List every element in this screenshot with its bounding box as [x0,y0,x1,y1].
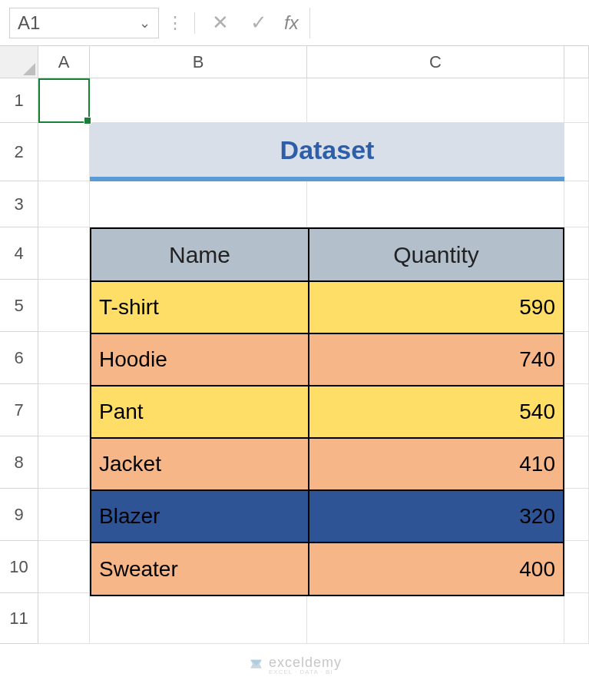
row-header-7[interactable]: 7 [0,384,38,436]
select-all-corner[interactable] [0,46,38,78]
cell-qty[interactable]: 410 [309,438,563,490]
cell-qty[interactable]: 590 [309,281,563,333]
row-header-6[interactable]: 6 [0,332,38,384]
cell-d8[interactable] [564,436,589,489]
table-row: Blazer 320 [91,490,563,542]
watermark: exceldemy EXCEL · DATA · BI [247,655,342,675]
watermark-brand: exceldemy [269,655,342,669]
cell-name[interactable]: Pant [91,386,309,438]
watermark-tagline: EXCEL · DATA · BI [269,669,342,675]
cell-name[interactable]: Sweater [91,542,309,595]
column-headers: A B C [0,46,589,78]
cell-name-text: Sweater [99,557,178,582]
cell-name-text: Hoodie [99,347,167,372]
row-11: 11 [0,593,589,644]
cell-c11[interactable] [307,593,564,644]
cell-d7[interactable] [564,384,589,436]
cell-d9[interactable] [564,489,589,541]
name-box[interactable]: A1 ⌄ [9,8,159,38]
cell-d2[interactable] [564,123,589,181]
cell-qty-text: 540 [519,400,555,424]
cell-b1[interactable] [90,78,307,123]
row-8-label: 8 [14,453,23,473]
cell-a2[interactable] [38,123,90,181]
cell-qty[interactable]: 740 [309,333,563,386]
col-a-label: A [58,52,70,72]
cell-name[interactable]: Blazer [91,490,309,542]
cell-qty-text: 740 [519,347,555,372]
cell-name-text: Pant [99,400,144,424]
row-header-2[interactable]: 2 [0,123,38,181]
header-quantity[interactable]: Quantity [309,229,563,281]
cell-b11[interactable] [90,593,307,644]
accept-formula-button[interactable]: ✓ [243,8,275,38]
separator [194,12,195,34]
cell-qty[interactable]: 400 [309,542,563,595]
column-header-d[interactable] [564,46,589,78]
col-b-label: B [193,52,204,72]
cell-d11[interactable] [564,593,589,644]
formula-bar: A1 ⌄ ⋮ ✕ ✓ fx [0,0,589,46]
row-4-label: 4 [14,244,23,264]
row-header-4[interactable]: 4 [0,227,38,280]
cell-qty-text: 410 [519,452,555,476]
fx-button[interactable]: fx [281,12,303,34]
spreadsheet-grid: A B C 1 2 Dataset 3 4 5 [0,46,589,644]
row-header-11[interactable]: 11 [0,593,38,644]
formula-input[interactable] [309,8,584,38]
cell-d5[interactable] [564,280,589,332]
row-1-label: 1 [14,91,23,111]
cell-a3[interactable] [38,181,90,227]
row-6-label: 6 [14,348,23,368]
cell-a1[interactable] [38,78,90,123]
cell-a5[interactable] [38,280,90,332]
row-2: 2 Dataset [0,123,589,181]
header-qty-text: Quantity [393,242,479,268]
row-header-5[interactable]: 5 [0,280,38,332]
dataset-title-text: Dataset [280,135,375,165]
table-row: Hoodie 740 [91,333,563,386]
row-3: 3 [0,181,589,227]
row-2-label: 2 [14,142,23,162]
row-header-8[interactable]: 8 [0,436,38,489]
cell-a11[interactable] [38,593,90,644]
cell-d4[interactable] [564,227,589,280]
cell-b3[interactable] [90,181,307,227]
row-header-1[interactable]: 1 [0,78,38,123]
name-box-value: A1 [18,12,40,34]
header-name[interactable]: Name [91,229,309,281]
cell-d3[interactable] [564,181,589,227]
cell-qty[interactable]: 320 [309,490,563,542]
col-c-label: C [429,52,442,72]
chevron-down-icon[interactable]: ⌄ [139,15,151,32]
dataset-title[interactable]: Dataset [90,123,564,181]
cell-c3[interactable] [307,181,564,227]
fx-label: fx [284,12,299,33]
cell-a9[interactable] [38,489,90,541]
row-header-10[interactable]: 10 [0,541,38,593]
drag-handle-icon[interactable]: ⋮ [165,15,185,32]
column-header-a[interactable]: A [38,46,90,78]
table-row: Pant 540 [91,386,563,438]
cell-c1[interactable] [307,78,564,123]
cell-a10[interactable] [38,541,90,593]
cell-name[interactable]: T-shirt [91,281,309,333]
cell-name[interactable]: Hoodie [91,333,309,386]
cell-d6[interactable] [564,332,589,384]
data-table: Name Quantity T-shirt 590 Hoodie 740 Pan… [90,227,564,596]
cancel-formula-button[interactable]: ✕ [204,8,237,38]
column-header-c[interactable]: C [307,46,564,78]
column-header-b[interactable]: B [90,46,307,78]
cell-a4[interactable] [38,227,90,280]
row-header-3[interactable]: 3 [0,181,38,227]
cell-a6[interactable] [38,332,90,384]
cell-a7[interactable] [38,384,90,436]
row-header-9[interactable]: 9 [0,489,38,541]
cell-name-text: T-shirt [99,295,159,320]
cell-a8[interactable] [38,436,90,489]
cell-name[interactable]: Jacket [91,438,309,490]
cell-d10[interactable] [564,541,589,593]
cell-qty[interactable]: 540 [309,386,563,438]
cell-d1[interactable] [564,78,589,123]
exceldemy-logo-icon [247,657,264,674]
